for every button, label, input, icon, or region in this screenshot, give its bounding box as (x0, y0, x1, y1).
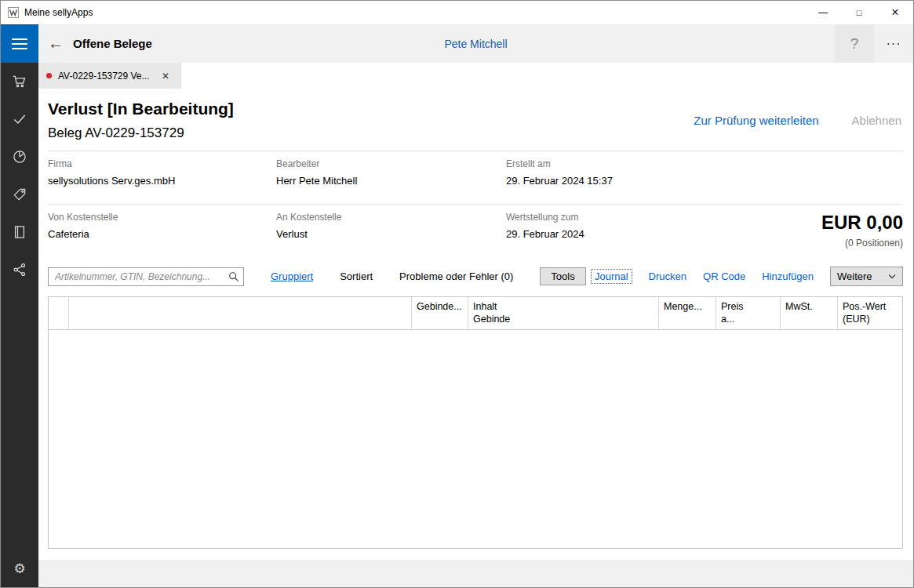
window-title: Meine sellyApps (24, 7, 93, 18)
document-content: Verlust [In Bearbeitung] Beleg AV-0229-1… (38, 89, 913, 560)
table-body-empty (49, 330, 902, 549)
app-header: ← Offene Belege Pete Mitchell ? ··· (38, 24, 913, 63)
field-value: Verlust (276, 228, 506, 240)
forward-for-review-button[interactable]: Zur Prüfung weiterleiten (694, 114, 818, 127)
grouped-link[interactable]: Gruppiert (271, 270, 313, 282)
tab-close-button[interactable]: ✕ (158, 69, 173, 83)
maximize-button[interactable]: □ (841, 1, 877, 24)
more-button[interactable]: ··· (874, 24, 913, 63)
column-header-menge[interactable]: Menge... (659, 297, 716, 329)
field-value: 29. Februar 2024 (506, 228, 821, 240)
column-header-inhalt-gebinde[interactable]: InhaltGebinde (468, 297, 659, 329)
more-dropdown-label: Weitere (837, 270, 872, 282)
sidebar-item-reports[interactable] (1, 138, 38, 176)
user-name[interactable]: Pete Mitchell (444, 38, 507, 50)
info-row-1: Firma sellysolutions Serv.ges.mbH Bearbe… (48, 151, 903, 194)
field-label: An Kostenstelle (276, 212, 506, 223)
field-label: Firma (48, 158, 276, 169)
document-tab[interactable]: AV-0229-153729 Ve... ✕ (38, 63, 181, 89)
gear-icon: ⚙ (13, 562, 25, 575)
sidebar-item-settings[interactable]: ⚙ (1, 550, 38, 587)
status-bar (38, 560, 913, 587)
reject-button[interactable]: Ablehnen (852, 114, 901, 127)
journal-link[interactable]: Journal (591, 269, 632, 284)
sidebar-item-share[interactable] (1, 251, 38, 289)
print-link[interactable]: Drucken (649, 270, 686, 282)
close-button[interactable]: × (877, 1, 913, 24)
checkmark-icon (12, 111, 27, 127)
hamburger-button[interactable] (1, 24, 38, 63)
share-network-icon (12, 262, 27, 278)
positions-count: (0 Positionen) (821, 238, 903, 249)
search-box (48, 267, 244, 286)
back-button[interactable]: ← (38, 24, 73, 63)
qr-code-link[interactable]: QR Code (703, 270, 745, 282)
tools-button[interactable]: Tools (540, 267, 585, 285)
toolbar: Gruppiert Sortiert Probleme oder Fehler … (48, 267, 903, 286)
column-header-select[interactable] (49, 297, 69, 329)
sidebar-item-tags[interactable] (1, 176, 38, 213)
search-icon[interactable] (228, 270, 240, 283)
minimize-button[interactable]: — (805, 1, 841, 24)
column-header-article[interactable] (69, 297, 412, 329)
more-dropdown-button[interactable]: Weitere (830, 267, 903, 286)
sidebar-item-tasks[interactable] (1, 100, 38, 138)
field-value: sellysolutions Serv.ges.mbH (48, 175, 276, 187)
hamburger-icon (12, 38, 27, 50)
titlebar: Meine sellyApps — □ × (1, 1, 913, 24)
search-input[interactable] (48, 267, 244, 286)
field-label: Erstellt am (506, 158, 903, 169)
tag-icon (12, 187, 27, 202)
add-link[interactable]: Hinzufügen (762, 270, 814, 282)
app-logo-icon (7, 6, 20, 19)
field-value: Cafeteria (48, 228, 276, 240)
header-row: ← Offene Belege Pete Mitchell ? ··· (1, 24, 913, 63)
tab-modified-dot (46, 73, 52, 78)
positions-table: Gebinde... InhaltGebinde Menge... Preisa… (48, 296, 903, 549)
field-value: Herr Pete Mitchell (276, 175, 506, 187)
book-icon (12, 224, 27, 240)
app-window: Meine sellyApps — □ × ← Offene Belege Pe… (0, 0, 914, 588)
pie-chart-icon (12, 149, 27, 165)
sorted-link[interactable]: Sortiert (340, 270, 373, 282)
chevron-down-icon (888, 274, 896, 279)
page-title: Offene Belege (73, 37, 152, 50)
sidebar-item-cart[interactable] (1, 63, 38, 100)
problems-link[interactable]: Probleme oder Fehler (0) (399, 270, 513, 282)
tab-strip: AV-0229-153729 Ve... ✕ (38, 63, 913, 89)
field-value: 29. Februar 2024 15:37 (506, 175, 903, 187)
sidebar-item-journal[interactable] (1, 213, 38, 251)
column-header-gebinde[interactable]: Gebinde... (412, 297, 468, 329)
field-label: Von Kostenstelle (48, 212, 276, 223)
cart-icon (12, 74, 27, 89)
column-header-preis[interactable]: Preisa... (716, 297, 781, 329)
document-title: Verlust [In Bearbeitung] (48, 100, 234, 118)
column-header-pos-wert[interactable]: Pos.-Wert(EUR) (838, 297, 902, 329)
total-amount: EUR 0,00 (821, 212, 903, 234)
document-subtitle: Beleg AV-0229-153729 (48, 125, 234, 141)
table-header-row: Gebinde... InhaltGebinde Menge... Preisa… (49, 297, 902, 330)
info-row-2: Von Kostenstelle Cafeteria An Kostenstel… (48, 205, 903, 256)
help-button[interactable]: ? (835, 24, 874, 63)
field-label: Wertstellung zum (506, 212, 821, 223)
sidebar: ⚙ (1, 63, 38, 587)
field-label: Bearbeiter (276, 158, 506, 169)
column-header-mwst[interactable]: MwSt. (781, 297, 838, 329)
tab-label: AV-0229-153729 Ve... (58, 71, 152, 82)
